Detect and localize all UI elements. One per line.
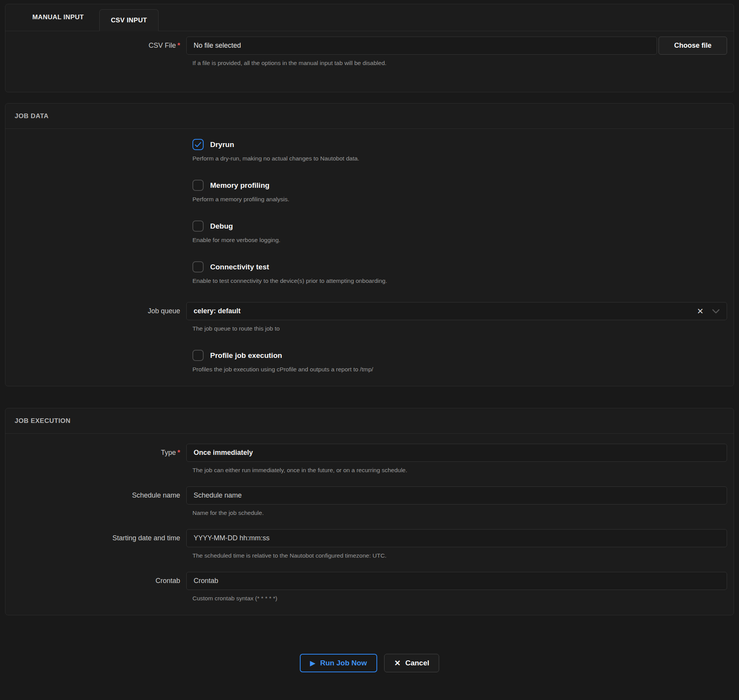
crontab-label: Crontab [5, 577, 186, 585]
start-datetime-label: Starting date and time [5, 534, 186, 542]
clear-icon[interactable]: ✕ [697, 307, 704, 315]
job-execution-section-header: JOB EXECUTION [5, 408, 734, 434]
connectivity-test-field: Connectivity test Enable to test connect… [5, 261, 734, 284]
tab-csv-input[interactable]: CSV INPUT [99, 9, 159, 31]
required-asterisk: * [177, 42, 180, 49]
crontab-field: Crontab Custom crontab syntax (* * * * *… [5, 572, 734, 602]
start-datetime-input[interactable] [186, 529, 727, 547]
job-execution-body: Type* Once immediately The job can eithe… [5, 434, 734, 615]
crontab-input[interactable] [186, 572, 727, 590]
schedule-name-field: Schedule name Name for the job schedule. [5, 486, 734, 516]
connectivity-test-label[interactable]: Connectivity test [210, 263, 269, 271]
run-job-now-button[interactable]: ▶ Run Job Now [300, 654, 377, 672]
form-actions: ▶ Run Job Now ✕ Cancel [5, 654, 734, 672]
profile-job-execution-checkbox[interactable] [192, 350, 204, 361]
schedule-name-label: Schedule name [5, 491, 186, 500]
cancel-label: Cancel [405, 659, 429, 667]
memory-profiling-label[interactable]: Memory profiling [210, 181, 269, 190]
csv-file-label: CSV File* [5, 42, 186, 50]
csv-file-help: If a file is provided, all the options i… [192, 60, 727, 67]
input-tabbar: MANUAL INPUT CSV INPUT [5, 4, 734, 31]
job-queue-select[interactable]: celery: default ✕ [186, 302, 727, 320]
job-queue-selected-value: celery: default [194, 307, 241, 315]
start-datetime-field: Starting date and time The scheduled tim… [5, 529, 734, 559]
type-help: The job can either run immediately, once… [192, 467, 727, 474]
csv-file-field: No file selected Choose file [186, 37, 727, 55]
tab-manual-input[interactable]: MANUAL INPUT [21, 4, 95, 31]
input-tabs-panel: MANUAL INPUT CSV INPUT CSV File* No file… [5, 4, 734, 92]
connectivity-test-checkbox[interactable] [192, 261, 204, 272]
job-data-body: Dryrun Perform a dry-run, making no actu… [5, 129, 734, 386]
type-select[interactable]: Once immediately [186, 444, 727, 462]
required-asterisk: * [177, 449, 180, 456]
csv-file-input[interactable]: No file selected [186, 37, 657, 55]
run-job-form: MANUAL INPUT CSV INPUT CSV File* No file… [0, 0, 739, 684]
debug-label[interactable]: Debug [210, 222, 233, 231]
profile-job-execution-help: Profiles the job execution using cProfil… [192, 366, 727, 373]
close-icon: ✕ [394, 658, 401, 668]
schedule-name-help: Name for the job schedule. [192, 510, 727, 516]
profile-job-execution-field: Profile job execution Profiles the job e… [5, 350, 734, 373]
job-queue-help: The job queue to route this job to [192, 325, 727, 332]
choose-file-button[interactable]: Choose file [659, 37, 727, 55]
job-queue-label: Job queue [5, 307, 186, 315]
job-execution-panel: JOB EXECUTION Type* Once immediately The… [5, 408, 734, 615]
play-icon: ▶ [310, 659, 315, 667]
csv-input-tab-content: CSV File* No file selected Choose file I… [5, 31, 734, 92]
type-label: Type* [5, 449, 186, 457]
debug-field: Debug Enable for more verbose logging. [5, 221, 734, 244]
job-data-section-header: JOB DATA [5, 104, 734, 129]
memory-profiling-field: Memory profiling Perform a memory profil… [5, 180, 734, 203]
dryrun-help: Perform a dry-run, making no actual chan… [192, 155, 727, 162]
dryrun-label[interactable]: Dryrun [210, 140, 234, 149]
crontab-help: Custom crontab syntax (* * * * *) [192, 595, 727, 602]
cancel-button[interactable]: ✕ Cancel [384, 654, 439, 672]
type-selected-value: Once immediately [194, 449, 253, 457]
schedule-name-input[interactable] [186, 486, 727, 505]
check-icon [195, 142, 201, 147]
chevron-down-icon[interactable] [712, 309, 720, 314]
run-job-now-label: Run Job Now [320, 659, 367, 667]
memory-profiling-checkbox[interactable] [192, 180, 204, 191]
profile-job-execution-label[interactable]: Profile job execution [210, 351, 282, 360]
dryrun-checkbox[interactable] [192, 139, 204, 150]
debug-checkbox[interactable] [192, 221, 204, 232]
debug-help: Enable for more verbose logging. [192, 237, 727, 244]
type-field: Type* Once immediately The job can eithe… [5, 444, 734, 474]
dryrun-field: Dryrun Perform a dry-run, making no actu… [5, 139, 734, 162]
job-data-panel: JOB DATA Dryrun Perform a dry-run, makin… [5, 103, 734, 386]
job-queue-field: Job queue celery: default ✕ [5, 302, 734, 332]
memory-profiling-help: Perform a memory profiling analysis. [192, 196, 727, 203]
connectivity-test-help: Enable to test connectivity to the devic… [192, 277, 727, 284]
start-datetime-help: The scheduled time is relative to the Na… [192, 552, 727, 559]
